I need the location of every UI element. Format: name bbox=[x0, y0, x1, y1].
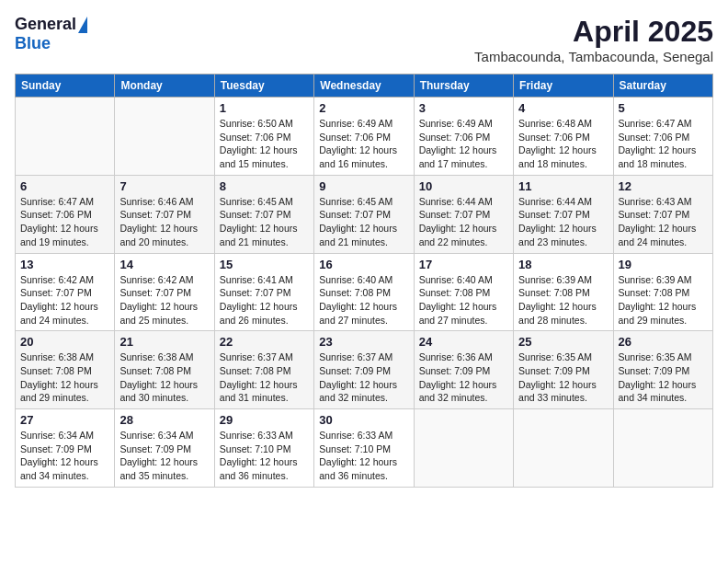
calendar-week-row: 20Sunrise: 6:38 AM Sunset: 7:08 PM Dayli… bbox=[16, 331, 713, 409]
calendar-cell: 21Sunrise: 6:38 AM Sunset: 7:08 PM Dayli… bbox=[115, 331, 214, 409]
day-info: Sunrise: 6:42 AM Sunset: 7:07 PM Dayligh… bbox=[119, 273, 209, 327]
calendar-cell: 10Sunrise: 6:44 AM Sunset: 7:07 PM Dayli… bbox=[414, 175, 513, 253]
day-info: Sunrise: 6:42 AM Sunset: 7:07 PM Dayligh… bbox=[20, 273, 109, 327]
calendar-cell: 14Sunrise: 6:42 AM Sunset: 7:07 PM Dayli… bbox=[115, 253, 214, 331]
day-number: 4 bbox=[518, 101, 608, 115]
day-info: Sunrise: 6:37 AM Sunset: 7:08 PM Dayligh… bbox=[220, 350, 309, 405]
day-number: 23 bbox=[319, 335, 408, 349]
day-number: 21 bbox=[119, 335, 209, 349]
day-info: Sunrise: 6:49 AM Sunset: 7:06 PM Dayligh… bbox=[319, 117, 408, 171]
day-number: 24 bbox=[419, 335, 508, 349]
calendar-cell bbox=[115, 98, 214, 176]
day-info: Sunrise: 6:43 AM Sunset: 7:07 PM Dayligh… bbox=[619, 195, 708, 249]
day-number: 13 bbox=[20, 258, 109, 271]
day-number: 9 bbox=[319, 179, 408, 193]
calendar-cell: 7Sunrise: 6:46 AM Sunset: 7:07 PM Daylig… bbox=[115, 175, 214, 253]
calendar-cell: 19Sunrise: 6:39 AM Sunset: 7:08 PM Dayli… bbox=[613, 253, 712, 331]
calendar-cell: 13Sunrise: 6:42 AM Sunset: 7:07 PM Dayli… bbox=[16, 253, 115, 331]
day-info: Sunrise: 6:49 AM Sunset: 7:06 PM Dayligh… bbox=[419, 117, 508, 171]
day-number: 7 bbox=[119, 179, 209, 193]
day-info: Sunrise: 6:44 AM Sunset: 7:07 PM Dayligh… bbox=[518, 195, 608, 249]
calendar-cell: 20Sunrise: 6:38 AM Sunset: 7:08 PM Dayli… bbox=[16, 331, 115, 409]
calendar-cell bbox=[613, 409, 712, 488]
weekday-header-tuesday: Tuesday bbox=[214, 75, 313, 98]
day-number: 18 bbox=[518, 258, 608, 271]
day-info: Sunrise: 6:39 AM Sunset: 7:08 PM Dayligh… bbox=[518, 273, 608, 327]
logo-blue-text: Blue bbox=[15, 34, 51, 53]
day-number: 27 bbox=[20, 413, 109, 427]
weekday-header-row: SundayMondayTuesdayWednesdayThursdayFrid… bbox=[16, 75, 713, 98]
day-info: Sunrise: 6:34 AM Sunset: 7:09 PM Dayligh… bbox=[20, 429, 109, 483]
calendar-cell: 27Sunrise: 6:34 AM Sunset: 7:09 PM Dayli… bbox=[16, 409, 115, 488]
calendar-cell: 18Sunrise: 6:39 AM Sunset: 7:08 PM Dayli… bbox=[514, 253, 613, 331]
weekday-header-monday: Monday bbox=[115, 75, 214, 98]
day-info: Sunrise: 6:35 AM Sunset: 7:09 PM Dayligh… bbox=[619, 350, 708, 405]
day-info: Sunrise: 6:38 AM Sunset: 7:08 PM Dayligh… bbox=[20, 350, 109, 405]
day-info: Sunrise: 6:45 AM Sunset: 7:07 PM Dayligh… bbox=[220, 195, 309, 249]
logo-triangle-icon bbox=[78, 17, 87, 33]
calendar-cell: 11Sunrise: 6:44 AM Sunset: 7:07 PM Dayli… bbox=[514, 175, 613, 253]
day-info: Sunrise: 6:48 AM Sunset: 7:06 PM Dayligh… bbox=[518, 117, 608, 171]
calendar-cell: 4Sunrise: 6:48 AM Sunset: 7:06 PM Daylig… bbox=[514, 98, 613, 176]
day-number: 5 bbox=[619, 101, 708, 115]
day-number: 17 bbox=[419, 258, 508, 271]
header: General Blue April 2025 Tambacounda, Tam… bbox=[15, 15, 713, 64]
calendar-cell: 22Sunrise: 6:37 AM Sunset: 7:08 PM Dayli… bbox=[214, 331, 313, 409]
calendar-cell: 16Sunrise: 6:40 AM Sunset: 7:08 PM Dayli… bbox=[314, 253, 414, 331]
calendar-cell: 17Sunrise: 6:40 AM Sunset: 7:08 PM Dayli… bbox=[414, 253, 513, 331]
day-info: Sunrise: 6:33 AM Sunset: 7:10 PM Dayligh… bbox=[220, 429, 309, 483]
calendar-cell bbox=[16, 98, 115, 176]
calendar-cell bbox=[414, 409, 513, 488]
day-number: 8 bbox=[220, 179, 309, 193]
day-number: 10 bbox=[419, 179, 508, 193]
day-info: Sunrise: 6:37 AM Sunset: 7:09 PM Dayligh… bbox=[319, 350, 408, 405]
calendar-cell: 30Sunrise: 6:33 AM Sunset: 7:10 PM Dayli… bbox=[314, 409, 414, 488]
day-info: Sunrise: 6:46 AM Sunset: 7:07 PM Dayligh… bbox=[119, 195, 209, 249]
day-info: Sunrise: 6:50 AM Sunset: 7:06 PM Dayligh… bbox=[220, 117, 309, 171]
calendar-cell: 5Sunrise: 6:47 AM Sunset: 7:06 PM Daylig… bbox=[613, 98, 712, 176]
day-info: Sunrise: 6:39 AM Sunset: 7:08 PM Dayligh… bbox=[619, 273, 708, 327]
calendar-table: SundayMondayTuesdayWednesdayThursdayFrid… bbox=[15, 74, 713, 488]
day-number: 25 bbox=[518, 335, 608, 349]
calendar-cell: 23Sunrise: 6:37 AM Sunset: 7:09 PM Dayli… bbox=[314, 331, 414, 409]
day-number: 11 bbox=[518, 179, 608, 193]
day-info: Sunrise: 6:35 AM Sunset: 7:09 PM Dayligh… bbox=[518, 350, 608, 405]
day-number: 6 bbox=[20, 179, 109, 193]
calendar-cell: 28Sunrise: 6:34 AM Sunset: 7:09 PM Dayli… bbox=[115, 409, 214, 488]
weekday-header-thursday: Thursday bbox=[414, 75, 513, 98]
day-info: Sunrise: 6:47 AM Sunset: 7:06 PM Dayligh… bbox=[20, 195, 109, 249]
day-number: 26 bbox=[619, 335, 708, 349]
day-number: 28 bbox=[119, 413, 209, 427]
calendar-cell: 15Sunrise: 6:41 AM Sunset: 7:07 PM Dayli… bbox=[214, 253, 313, 331]
weekday-header-saturday: Saturday bbox=[613, 75, 712, 98]
day-info: Sunrise: 6:44 AM Sunset: 7:07 PM Dayligh… bbox=[419, 195, 508, 249]
logo-general-text: General bbox=[15, 15, 76, 34]
calendar-cell: 1Sunrise: 6:50 AM Sunset: 7:06 PM Daylig… bbox=[214, 98, 313, 176]
day-info: Sunrise: 6:45 AM Sunset: 7:07 PM Dayligh… bbox=[319, 195, 408, 249]
calendar-cell bbox=[514, 409, 613, 488]
day-number: 22 bbox=[220, 335, 309, 349]
logo: General Blue bbox=[15, 15, 87, 53]
calendar-cell: 24Sunrise: 6:36 AM Sunset: 7:09 PM Dayli… bbox=[414, 331, 513, 409]
calendar-cell: 26Sunrise: 6:35 AM Sunset: 7:09 PM Dayli… bbox=[613, 331, 712, 409]
day-number: 14 bbox=[119, 258, 209, 271]
day-number: 29 bbox=[220, 413, 309, 427]
day-number: 3 bbox=[419, 101, 508, 115]
day-info: Sunrise: 6:36 AM Sunset: 7:09 PM Dayligh… bbox=[419, 350, 508, 405]
calendar-cell: 6Sunrise: 6:47 AM Sunset: 7:06 PM Daylig… bbox=[16, 175, 115, 253]
day-info: Sunrise: 6:40 AM Sunset: 7:08 PM Dayligh… bbox=[319, 273, 408, 327]
day-number: 12 bbox=[619, 179, 708, 193]
day-info: Sunrise: 6:47 AM Sunset: 7:06 PM Dayligh… bbox=[619, 117, 708, 171]
calendar-cell: 8Sunrise: 6:45 AM Sunset: 7:07 PM Daylig… bbox=[214, 175, 313, 253]
calendar-cell: 29Sunrise: 6:33 AM Sunset: 7:10 PM Dayli… bbox=[214, 409, 313, 488]
weekday-header-sunday: Sunday bbox=[16, 75, 115, 98]
calendar-cell: 12Sunrise: 6:43 AM Sunset: 7:07 PM Dayli… bbox=[613, 175, 712, 253]
calendar-week-row: 1Sunrise: 6:50 AM Sunset: 7:06 PM Daylig… bbox=[16, 98, 713, 176]
day-number: 30 bbox=[319, 413, 408, 427]
weekday-header-wednesday: Wednesday bbox=[314, 75, 414, 98]
calendar-week-row: 27Sunrise: 6:34 AM Sunset: 7:09 PM Dayli… bbox=[16, 409, 713, 488]
day-number: 16 bbox=[319, 258, 408, 271]
day-number: 19 bbox=[619, 258, 708, 271]
day-number: 20 bbox=[20, 335, 109, 349]
day-number: 15 bbox=[220, 258, 309, 271]
